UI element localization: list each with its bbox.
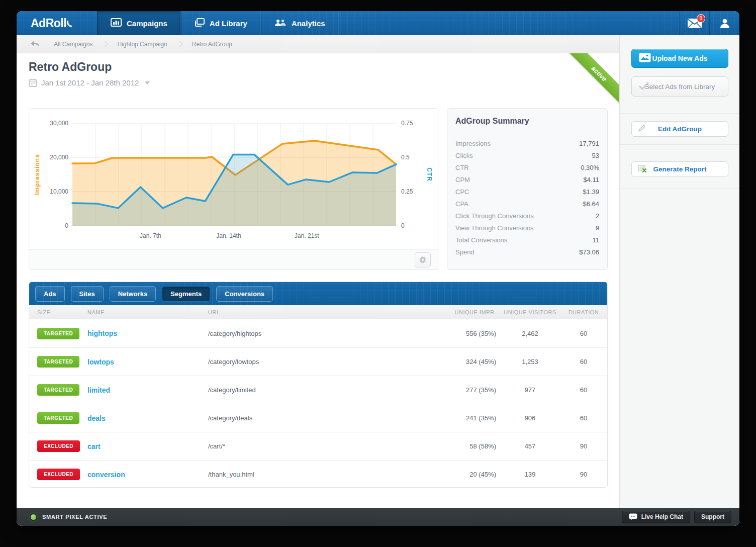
svg-text:Jan. 7th: Jan. 7th	[140, 232, 161, 239]
unique-visitors-value: 457	[496, 442, 564, 450]
nav-tab-analytics[interactable]: Analytics	[261, 11, 339, 35]
summary-label: Click Through Conversions	[455, 212, 534, 220]
summary-value: 0.30%	[581, 164, 599, 171]
unique-impr-value: 556 (35%)	[423, 330, 496, 337]
nav-tab-label: Campaigns	[127, 19, 167, 28]
summary-label: View Through Conversions	[455, 224, 534, 232]
nav-tab-ad-library[interactable]: Ad Library	[181, 11, 261, 35]
app-window: AdRoll Campaigns Ad Library Analytics	[17, 11, 739, 526]
adroll-logo[interactable]: AdRoll	[17, 11, 97, 35]
summary-value: $1.39	[583, 188, 599, 196]
summary-row: CPC$1.39	[455, 186, 599, 198]
main-content: All Campaigns Hightop Campaign Retro AdG…	[17, 35, 619, 508]
breadcrumb-hightop-campaign[interactable]: Hightop Campaign	[114, 41, 170, 48]
select-ads-library-button[interactable]: Select Ads from Library	[631, 76, 728, 97]
sidebar-divider	[620, 144, 739, 145]
svg-text:0.25: 0.25	[401, 188, 413, 195]
summary-label: CPC	[455, 188, 469, 196]
account-button[interactable]	[709, 11, 739, 35]
summary-value: 2	[596, 212, 599, 220]
summary-value: 17,791	[579, 140, 599, 147]
chevron-right-icon	[102, 41, 109, 47]
support-button[interactable]: Support	[694, 511, 731, 523]
unique-impr-value: 324 (45%)	[423, 358, 496, 366]
tab-networks[interactable]: Networks	[110, 286, 156, 302]
top-nav: AdRoll Campaigns Ad Library Analytics	[17, 11, 739, 35]
table-header: SIZE NAME URL UNIQUE IMPR. UNIQUE VISITO…	[29, 305, 607, 319]
duration-value: 60	[564, 358, 603, 366]
breadcrumb-all-campaigns[interactable]: All Campaigns	[51, 41, 96, 48]
nav-tab-label: Ad Library	[210, 19, 247, 28]
unique-visitors-value: 906	[496, 414, 564, 422]
chart-settings-button[interactable]	[415, 252, 431, 267]
svg-text:30,000: 30,000	[50, 120, 68, 127]
segment-name-link[interactable]: conversion	[87, 471, 208, 479]
segment-url: /cart/*	[208, 442, 423, 450]
unique-impr-value: 20 (45%)	[423, 471, 496, 478]
breadcrumb: All Campaigns Hightop Campaign Retro AdG…	[17, 35, 619, 53]
size-badge: EXCLUDED	[37, 440, 80, 452]
svg-text:Jan. 14th: Jan. 14th	[216, 232, 241, 239]
table-body: TARGETEDhightops/category/hightops556 (3…	[29, 319, 607, 488]
edit-adgroup-button[interactable]: Edit AdGroup	[631, 121, 728, 137]
status-bar: SMART PIXEL ACTIVE Live Help Chat Suppor…	[17, 508, 739, 526]
size-badge: TARGETED	[37, 384, 79, 396]
table-row: EXCLUDEDcart/cart/*58 (58%)45790	[29, 432, 607, 460]
segment-name-link[interactable]: limited	[87, 386, 208, 394]
summary-label: Clicks	[455, 152, 473, 159]
inbox-badge: 1	[697, 14, 705, 23]
summary-label: Total Conversions	[455, 236, 507, 244]
summary-row: CPM$4.11	[455, 173, 599, 186]
summary-label: CTR	[455, 164, 469, 171]
segment-url: /category/limited	[208, 386, 423, 394]
caret-down-icon	[145, 81, 150, 84]
summary-row: Click Through Conversions2	[455, 210, 599, 222]
segments-panel: Ads Sites Networks Segments Conversions …	[29, 282, 608, 488]
summary-row: CPA$6.64	[455, 198, 599, 210]
analytics-icon	[274, 19, 287, 28]
summary-title: AdGroup Summary	[447, 109, 607, 132]
svg-text:0: 0	[65, 222, 68, 229]
duration-value: 60	[564, 414, 603, 422]
calendar-icon	[29, 78, 37, 87]
table-row: TARGETEDhightops/category/hightops556 (3…	[29, 319, 607, 347]
adgroup-summary-panel: AdGroup Summary Impressions17,791Clicks5…	[447, 108, 608, 270]
segment-name-link[interactable]: hightops	[87, 329, 208, 337]
sidebar-divider	[620, 188, 739, 189]
tab-segments[interactable]: Segments	[162, 286, 210, 302]
page-title: Retro AdGroup	[29, 60, 112, 74]
duration-value: 60	[564, 386, 603, 394]
sidebar-divider	[620, 113, 739, 114]
pixel-status-text: SMART PIXEL ACTIVE	[42, 514, 107, 520]
segment-name-link[interactable]: cart	[87, 442, 208, 450]
live-help-chat-button[interactable]: Live Help Chat	[622, 511, 690, 523]
image-upload-icon	[639, 53, 651, 64]
upload-new-ads-button[interactable]: Upload New Ads	[631, 49, 728, 68]
support-label: Support	[701, 513, 724, 520]
back-button[interactable]	[30, 40, 41, 48]
segment-tabs: Ads Sites Networks Segments Conversions	[29, 282, 607, 305]
chat-bubble-icon	[629, 513, 637, 520]
back-arrow-icon	[30, 40, 41, 48]
pencil-icon	[638, 124, 646, 134]
inbox-button[interactable]: 1	[679, 11, 709, 35]
date-range-picker[interactable]: Jan 1st 2012 - Jan 28th 2012	[29, 78, 150, 87]
generate-report-button[interactable]: Generate Report	[631, 161, 728, 177]
segment-name-link[interactable]: deals	[87, 414, 208, 422]
tab-ads[interactable]: Ads	[35, 286, 65, 302]
edit-label: Edit AdGroup	[658, 125, 702, 133]
svg-text:Impressions: Impressions	[34, 154, 41, 195]
nav-tabs: Campaigns Ad Library Analytics	[97, 11, 339, 35]
summary-row: Impressions17,791	[455, 137, 599, 149]
summary-row: CTR0.30%	[455, 161, 599, 173]
table-row: EXCLUDEDconversion/thank_you.html20 (45%…	[29, 460, 607, 488]
tab-conversions[interactable]: Conversions	[216, 286, 273, 302]
segment-name-link[interactable]: lowtops	[87, 358, 208, 366]
nav-tab-campaigns[interactable]: Campaigns	[97, 11, 181, 35]
tab-sites[interactable]: Sites	[71, 286, 104, 302]
size-badge: EXCLUDED	[37, 469, 80, 480]
summary-value: $73.06	[579, 248, 599, 256]
size-badge: TARGETED	[37, 412, 79, 424]
chart-footer	[29, 249, 438, 269]
date-range-text: Jan 1st 2012 - Jan 28th 2012	[41, 78, 139, 87]
